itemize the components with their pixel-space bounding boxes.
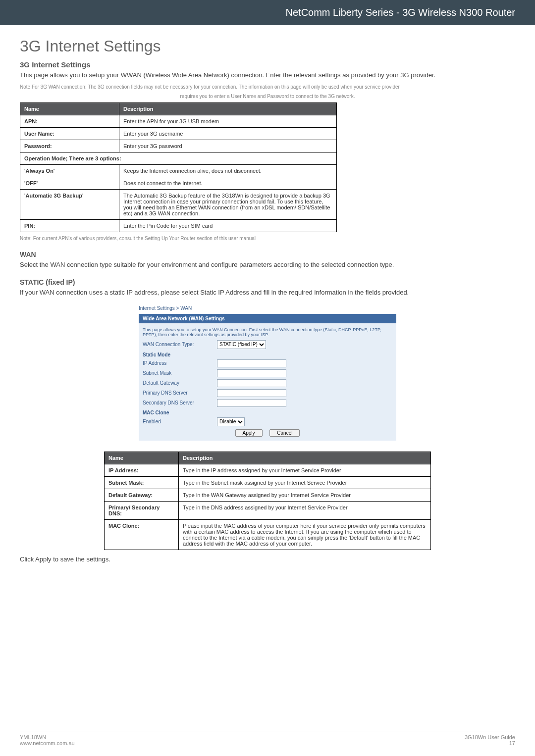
breadcrumb: Internet Settings > WAN bbox=[139, 305, 396, 311]
cell-name: 'Automatic 3G Backup' bbox=[20, 190, 119, 220]
cell-desc: Type in the DNS address assigned by your… bbox=[179, 501, 431, 519]
sdns-input[interactable] bbox=[217, 399, 286, 407]
section-3g-note-line1: Note For 3G WAN connection: The 3G conne… bbox=[20, 84, 515, 90]
table-row: 'OFF' Does not connect to the Internet. bbox=[20, 177, 337, 190]
th-name: Name bbox=[20, 103, 119, 115]
apply-line: Click Apply to save the settings. bbox=[20, 555, 515, 564]
static-mode-label: Static Mode bbox=[143, 352, 392, 357]
subnet-label: Subnet Mask bbox=[143, 370, 217, 376]
th-desc: Description bbox=[179, 452, 431, 464]
pdns-label: Primary DNS Server bbox=[143, 390, 217, 396]
cell-name: 'OFF' bbox=[20, 177, 119, 190]
panel-title: Wide Area Network (WAN) Settings bbox=[139, 314, 396, 323]
table1-after-note: Note: For current APN's of various provi… bbox=[20, 235, 515, 242]
cell-desc: Keeps the Internet connection alive, doe… bbox=[119, 165, 337, 177]
cell-desc: Enter the Pin Code for your SIM card bbox=[119, 220, 337, 232]
wan-type-select[interactable]: STATIC (fixed IP) bbox=[217, 340, 266, 349]
wan-intro: Select the WAN connection type suitable … bbox=[20, 260, 515, 269]
screenshot-wan-settings: Internet Settings > WAN Wide Area Networ… bbox=[139, 305, 396, 441]
table-row: 'Automatic 3G Backup' The Automatic 3G B… bbox=[20, 190, 337, 220]
table-row: PIN: Enter the Pin Code for your SIM car… bbox=[20, 220, 337, 232]
apply-button[interactable]: Apply bbox=[235, 429, 263, 437]
cell-desc: Please input the MAC address of your com… bbox=[179, 519, 431, 550]
cell-desc: Does not connect to the Internet. bbox=[119, 177, 337, 190]
enabled-select[interactable]: Disable bbox=[217, 417, 245, 426]
gateway-label: Default Gateway bbox=[143, 380, 217, 386]
cell-name: IP Address: bbox=[105, 464, 179, 476]
th-desc: Description bbox=[119, 103, 337, 115]
page-title: 3G Internet Settings bbox=[20, 37, 515, 55]
enabled-label: Enabled bbox=[143, 419, 217, 424]
cell-desc: Type in the WAN Gateway assigned by your… bbox=[179, 489, 431, 501]
header-title: NetComm Liberty Series - 3G Wireless N30… bbox=[286, 7, 515, 18]
table-row: Password: Enter your 3G password bbox=[20, 140, 337, 152]
table-row: Subnet Mask: Type in the Subnet mask ass… bbox=[105, 476, 431, 489]
table-row-span: Operation Mode; There are 3 options: bbox=[20, 152, 337, 165]
cell-desc: Enter your 3G username bbox=[119, 128, 337, 140]
cell-name: Password: bbox=[20, 140, 119, 152]
table-row: MAC Clone: Please input the MAC address … bbox=[105, 519, 431, 550]
page-footer: YML18WN www.netcomm.com.au 3G18Wn User G… bbox=[20, 732, 515, 746]
cancel-button[interactable]: Cancel bbox=[269, 429, 300, 437]
table-3g-settings: Name Description APN: Enter the APN for … bbox=[20, 102, 337, 232]
cell-span: Operation Mode; There are 3 options: bbox=[20, 152, 337, 165]
cell-desc: The Automatic 3G Backup feature of the 3… bbox=[119, 190, 337, 220]
sdns-label: Secondary DNS Server bbox=[143, 400, 217, 405]
cell-name: User Name: bbox=[20, 128, 119, 140]
table-row: APN: Enter the APN for your 3G USB modem bbox=[20, 115, 337, 128]
footer-page-number: 17 bbox=[465, 740, 515, 746]
section-3g-note-line2: requires you to enter a User Name and Pa… bbox=[20, 93, 515, 100]
cell-desc: Enter your 3G password bbox=[119, 140, 337, 152]
wan-heading: WAN bbox=[20, 251, 515, 258]
table-static-settings: Name Description IP Address: Type in the… bbox=[104, 452, 431, 550]
cell-desc: Enter the APN for your 3G USB modem bbox=[119, 115, 337, 128]
section-3g-intro: This page allows you to setup your WWAN … bbox=[20, 71, 515, 80]
cell-name: PIN: bbox=[20, 220, 119, 232]
footer-guide: 3G18Wn User Guide bbox=[465, 734, 515, 740]
cell-name: APN: bbox=[20, 115, 119, 128]
cell-desc: Type in the IP address assigned by your … bbox=[179, 464, 431, 476]
static-heading: STATIC (fixed IP) bbox=[20, 278, 515, 286]
table-row: Default Gateway: Type in the WAN Gateway… bbox=[105, 489, 431, 501]
mac-clone-label: MAC Clone bbox=[143, 410, 392, 415]
ip-input[interactable] bbox=[217, 359, 286, 367]
static-intro: If your WAN connection uses a static IP … bbox=[20, 288, 515, 297]
cell-name: MAC Clone: bbox=[105, 519, 179, 550]
panel-hint: This page allows you to setup your WAN C… bbox=[143, 327, 392, 337]
cell-name: 'Always On' bbox=[20, 165, 119, 177]
th-name: Name bbox=[105, 452, 179, 464]
cell-name: Default Gateway: bbox=[105, 489, 179, 501]
page-header: NetComm Liberty Series - 3G Wireless N30… bbox=[0, 0, 535, 25]
ip-label: IP Address bbox=[143, 360, 217, 366]
table-row: 'Always On' Keeps the Internet connectio… bbox=[20, 165, 337, 177]
gateway-input[interactable] bbox=[217, 379, 286, 387]
cell-name: Subnet Mask: bbox=[105, 476, 179, 489]
pdns-input[interactable] bbox=[217, 389, 286, 397]
wan-type-label: WAN Connection Type: bbox=[143, 342, 217, 347]
table-row: IP Address: Type in the IP address assig… bbox=[105, 464, 431, 476]
section-3g-heading: 3G Internet Settings bbox=[20, 60, 515, 69]
cell-name: Primary/ Secondary DNS: bbox=[105, 501, 179, 519]
cell-desc: Type in the Subnet mask assigned by your… bbox=[179, 476, 431, 489]
subnet-input[interactable] bbox=[217, 369, 286, 377]
footer-url: www.netcomm.com.au bbox=[20, 740, 75, 746]
footer-model: YML18WN bbox=[20, 734, 75, 740]
table-row: Primary/ Secondary DNS: Type in the DNS … bbox=[105, 501, 431, 519]
table-row: User Name: Enter your 3G username bbox=[20, 128, 337, 140]
